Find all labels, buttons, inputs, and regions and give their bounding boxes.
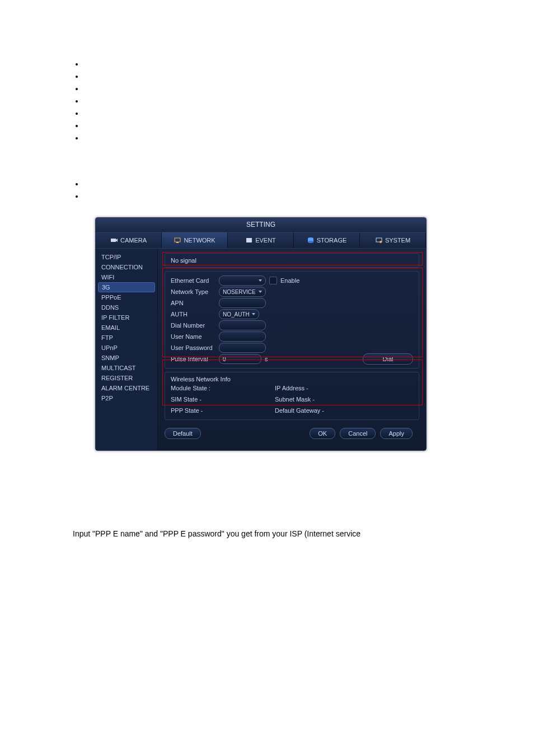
bullet bbox=[84, 192, 461, 200]
event-icon bbox=[245, 237, 253, 244]
wireless-info-head: Wireless Network Info bbox=[171, 376, 413, 382]
sidebar-item-multicast[interactable]: MULTICAST bbox=[96, 363, 157, 373]
wireless-info-pane: Wireless Network Info Module State : IP … bbox=[165, 372, 419, 420]
button-row: Default OK Cancel Apply bbox=[165, 423, 419, 446]
tab-label: STORAGE bbox=[317, 237, 347, 244]
tabs: CAMERA NETWORK EVENT STORAGE bbox=[96, 232, 426, 249]
sidebar-item-alarmcentre[interactable]: ALARM CENTRE bbox=[96, 383, 157, 393]
bullet bbox=[84, 59, 461, 68]
chevron-down-icon bbox=[259, 279, 262, 282]
signal-status: No signal bbox=[171, 257, 196, 264]
sidebar-item-ipfilter[interactable]: IP FILTER bbox=[96, 312, 157, 323]
footer-paragraph: Input "PPP E name" and "PPP E password" … bbox=[73, 529, 461, 538]
bullet-list-1 bbox=[84, 59, 461, 142]
label-ip-address: IP Address - bbox=[275, 385, 308, 391]
sidebar-item-snmp[interactable]: SNMP bbox=[96, 353, 157, 363]
bullet-list-2 bbox=[84, 179, 461, 200]
tab-network[interactable]: NETWORK bbox=[162, 232, 228, 248]
user-password-input[interactable] bbox=[219, 343, 266, 353]
bullet bbox=[84, 109, 461, 118]
system-icon bbox=[375, 237, 383, 244]
tab-label: EVENT bbox=[255, 237, 276, 244]
storage-icon bbox=[307, 237, 315, 244]
apn-input[interactable] bbox=[219, 298, 266, 308]
tab-event[interactable]: EVENT bbox=[228, 232, 294, 248]
label-sim-state: SIM State - bbox=[171, 396, 271, 403]
tab-label: SYSTEM bbox=[385, 237, 410, 244]
sidebar: TCP/IP CONNECTION WIFI 3G PPPoE DDNS IP … bbox=[96, 249, 158, 450]
sidebar-item-ddns[interactable]: DDNS bbox=[96, 302, 157, 312]
svg-point-9 bbox=[380, 241, 382, 243]
bullet bbox=[84, 96, 461, 105]
sidebar-item-ftp[interactable]: FTP bbox=[96, 333, 157, 343]
bullet bbox=[84, 72, 461, 81]
default-button[interactable]: Default bbox=[165, 428, 201, 439]
settings-dialog: SETTING CAMERA NETWORK EVENT bbox=[95, 217, 427, 451]
pulse-interval-input[interactable]: 0 bbox=[219, 354, 261, 364]
label-enable: Enable bbox=[280, 277, 299, 284]
dial-number-input[interactable] bbox=[219, 320, 266, 330]
label-subnet-mask: Subnet Mask - bbox=[275, 396, 315, 403]
bullet bbox=[84, 133, 461, 142]
config-pane: Ethernet Card Enable Network Type NOSERV… bbox=[165, 271, 419, 368]
label-apn: APN bbox=[171, 300, 216, 306]
tab-system[interactable]: SYSTEM bbox=[360, 232, 426, 248]
enable-checkbox[interactable] bbox=[269, 277, 277, 284]
cancel-button[interactable]: Cancel bbox=[340, 428, 376, 439]
svg-rect-2 bbox=[175, 238, 180, 242]
camera-icon bbox=[110, 237, 118, 244]
chevron-down-icon bbox=[259, 291, 262, 293]
label-network-type: Network Type bbox=[171, 288, 216, 295]
label-ppp-state: PPP State - bbox=[171, 407, 271, 414]
label-pulse-interval: Pulse Interval bbox=[171, 356, 216, 362]
label-module-state: Module State : bbox=[171, 385, 271, 391]
label-auth: AUTH bbox=[171, 311, 216, 318]
label-pulse-unit: s bbox=[265, 356, 268, 362]
svg-rect-3 bbox=[176, 242, 179, 243]
select-value: NO_AUTH bbox=[223, 311, 250, 318]
network-type-select[interactable]: NOSERVICE bbox=[219, 287, 266, 297]
ethernet-card-select[interactable] bbox=[219, 276, 266, 286]
select-value: NOSERVICE bbox=[223, 289, 256, 295]
sidebar-item-connection[interactable]: CONNECTION bbox=[96, 262, 157, 272]
dialog-title: SETTING bbox=[96, 218, 426, 232]
tab-label: CAMERA bbox=[120, 237, 147, 244]
user-name-input[interactable] bbox=[219, 332, 266, 342]
label-default-gateway: Default Gateway - bbox=[275, 407, 324, 414]
ok-button[interactable]: OK bbox=[310, 428, 335, 439]
sidebar-item-email[interactable]: EMAIL bbox=[96, 323, 157, 333]
sidebar-item-tcpip[interactable]: TCP/IP bbox=[96, 252, 157, 262]
tab-label: NETWORK bbox=[184, 237, 215, 244]
apply-button[interactable]: Apply bbox=[380, 428, 413, 439]
sidebar-item-p2p[interactable]: P2P bbox=[96, 393, 157, 403]
bullet bbox=[84, 179, 461, 188]
label-user-name: User Name bbox=[171, 333, 216, 340]
label-dial-number: Dial Number bbox=[171, 322, 216, 329]
svg-rect-4 bbox=[246, 238, 252, 242]
label-ethernet-card: Ethernet Card bbox=[171, 277, 216, 284]
network-icon bbox=[174, 237, 181, 244]
sidebar-item-3g[interactable]: 3G bbox=[98, 282, 155, 292]
dial-button[interactable]: Dial bbox=[363, 353, 413, 365]
svg-rect-0 bbox=[111, 239, 116, 242]
bullet bbox=[84, 121, 461, 130]
sidebar-item-pppoe[interactable]: PPPoE bbox=[96, 292, 157, 302]
chevron-down-icon bbox=[252, 313, 255, 315]
tab-storage[interactable]: STORAGE bbox=[294, 232, 360, 248]
sidebar-item-register[interactable]: REGISTER bbox=[96, 373, 157, 383]
sidebar-item-wifi[interactable]: WIFI bbox=[96, 272, 157, 282]
sidebar-item-upnp[interactable]: UPnP bbox=[96, 343, 157, 353]
svg-point-7 bbox=[308, 241, 313, 243]
svg-marker-1 bbox=[116, 239, 118, 242]
status-pane: No signal bbox=[165, 253, 419, 268]
tab-camera[interactable]: CAMERA bbox=[96, 232, 162, 248]
label-user-password: User Password bbox=[171, 344, 216, 351]
bullet bbox=[84, 84, 461, 93]
auth-select[interactable]: NO_AUTH bbox=[219, 309, 259, 319]
